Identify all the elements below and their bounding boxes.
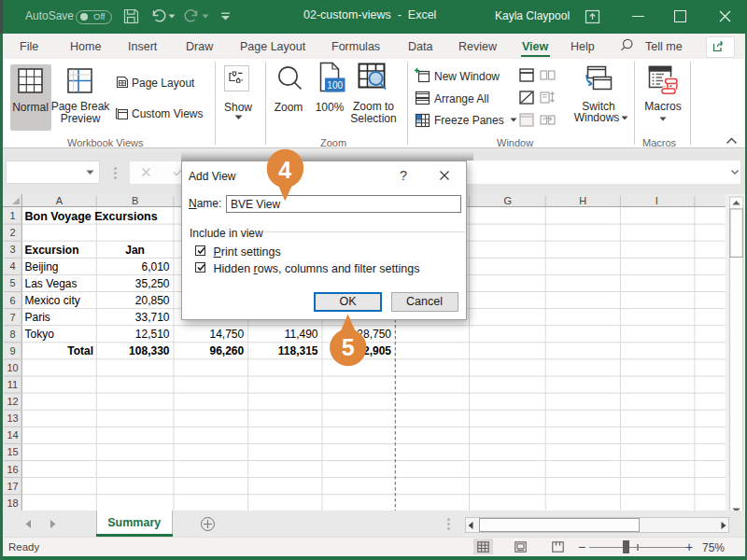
svg-text:B: B [132, 195, 138, 206]
svg-text:Mexico city: Mexico city [25, 294, 80, 307]
svg-text:4: 4 [9, 260, 15, 272]
svg-text:3: 3 [9, 244, 15, 255]
svg-text:11: 11 [7, 379, 18, 390]
svg-text:5: 5 [342, 334, 355, 360]
svg-text:9: 9 [9, 344, 15, 356]
svg-text:35,250: 35,250 [135, 276, 170, 289]
svg-text:6,010: 6,010 [141, 259, 169, 273]
svg-text:Beijing: Beijing [25, 259, 59, 273]
svg-text:118,315: 118,315 [278, 344, 318, 357]
svg-text:6: 6 [9, 294, 15, 305]
svg-text:Total: Total [67, 344, 93, 357]
svg-text:Tokyo: Tokyo [25, 328, 55, 341]
svg-text:8: 8 [9, 328, 15, 339]
svg-text:Excursion: Excursion [25, 243, 79, 256]
svg-text:Paris: Paris [25, 311, 50, 324]
svg-text:Jan: Jan [125, 243, 145, 256]
svg-text:Bon Voyage Excursions: Bon Voyage Excursions [25, 209, 158, 222]
svg-text:I: I [655, 195, 658, 206]
svg-text:10: 10 [7, 361, 18, 372]
svg-text:5: 5 [9, 277, 15, 288]
svg-text:2: 2 [9, 227, 15, 238]
svg-text:H: H [579, 195, 586, 206]
svg-text:18: 18 [7, 497, 18, 508]
svg-text:17: 17 [7, 480, 18, 491]
svg-text:13: 13 [7, 413, 18, 424]
svg-text:100: 100 [327, 80, 343, 91]
svg-text:15: 15 [7, 446, 18, 457]
svg-text:16: 16 [7, 463, 18, 474]
svg-text:108,330: 108,330 [129, 344, 170, 357]
svg-text:14,750: 14,750 [209, 328, 244, 341]
svg-text:1: 1 [9, 210, 15, 221]
svg-text:33,710: 33,710 [135, 311, 170, 324]
svg-text:7: 7 [9, 311, 15, 322]
svg-text:20,850: 20,850 [135, 294, 170, 307]
svg-text:96,260: 96,260 [209, 344, 244, 357]
svg-text:Las Vegas: Las Vegas [25, 276, 78, 289]
svg-text:11,490: 11,490 [285, 328, 318, 341]
svg-text:A: A [56, 195, 63, 206]
svg-text:4: 4 [278, 156, 291, 182]
svg-text:G: G [504, 195, 513, 206]
svg-text:14: 14 [7, 429, 18, 441]
svg-text:12,510: 12,510 [135, 328, 170, 341]
svg-text:12: 12 [7, 396, 18, 407]
